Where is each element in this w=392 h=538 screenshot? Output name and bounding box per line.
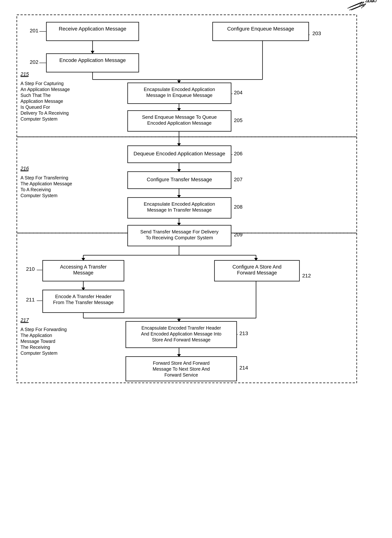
svg-text:212: 212 xyxy=(302,273,311,279)
svg-marker-42 xyxy=(177,354,181,357)
svg-rect-68 xyxy=(128,172,231,189)
ref-200: 200 xyxy=(344,0,381,14)
diagram-arrows: Receive Application Message 201 Configur… xyxy=(11,11,362,400)
svg-marker-13 xyxy=(177,81,181,83)
svg-text:Send Transfer Message For Deli: Send Transfer Message For Delivery xyxy=(140,229,218,234)
svg-text:215: 215 xyxy=(20,71,29,77)
svg-rect-43 xyxy=(46,22,139,41)
svg-rect-93 xyxy=(126,321,237,348)
svg-text:From The Transfer Message: From The Transfer Message xyxy=(53,300,114,305)
svg-marker-17 xyxy=(177,108,181,111)
svg-text:Encapsulate Encoded Transfer H: Encapsulate Encoded Transfer Header xyxy=(141,325,221,330)
svg-text:Dequeue Encoded Application Me: Dequeue Encoded Application Message xyxy=(134,151,225,157)
svg-text:Send Enqueue Message To Queue: Send Enqueue Message To Queue xyxy=(142,114,217,120)
svg-rect-60 xyxy=(128,111,231,131)
svg-marker-21 xyxy=(177,169,181,172)
svg-rect-64 xyxy=(128,146,231,163)
svg-text:Is Queued For: Is Queued For xyxy=(20,105,50,110)
svg-text:Encode A Transfer Header: Encode A Transfer Header xyxy=(55,294,112,299)
svg-text:Message To Next Store And: Message To Next Store And xyxy=(153,366,210,371)
svg-text:Application Message: Application Message xyxy=(20,99,63,104)
svg-text:Encode Application Message: Encode Application Message xyxy=(59,57,126,63)
svg-text:Delivery To A Receiving: Delivery To A Receiving xyxy=(20,110,69,116)
svg-rect-55 xyxy=(128,83,231,104)
svg-text:200: 200 xyxy=(367,0,377,4)
svg-rect-75 xyxy=(128,225,231,246)
svg-text:To Receiving Computer System: To Receiving Computer System xyxy=(146,235,213,240)
svg-text:203: 203 xyxy=(312,30,321,36)
svg-text:Message In Enqueue Message: Message In Enqueue Message xyxy=(146,92,212,98)
svg-text:Accessing A Transfer: Accessing A Transfer xyxy=(60,264,107,270)
svg-text:Forward Store And Forward: Forward Store And Forward xyxy=(153,361,210,366)
svg-marker-38 xyxy=(177,319,181,322)
svg-text:Message: Message xyxy=(73,270,93,276)
svg-marker-19 xyxy=(177,143,181,146)
svg-text:Computer System: Computer System xyxy=(20,193,57,198)
svg-text:Forward Service: Forward Service xyxy=(164,372,198,377)
svg-rect-79 xyxy=(43,260,124,281)
svg-rect-88 xyxy=(43,290,124,313)
svg-text:Such That The: Such That The xyxy=(20,93,51,98)
svg-text:Encoded Application Message: Encoded Application Message xyxy=(147,120,211,126)
svg-text:Configure Transfer Message: Configure Transfer Message xyxy=(147,177,212,182)
svg-rect-5 xyxy=(17,15,357,137)
svg-text:201: 201 xyxy=(30,28,38,33)
svg-text:The Receiving: The Receiving xyxy=(20,345,50,350)
svg-rect-47 xyxy=(213,22,309,41)
svg-marker-29 xyxy=(81,258,85,261)
svg-text:Configure Enqueue Message: Configure Enqueue Message xyxy=(227,26,294,32)
svg-text:Receive Application Message: Receive Application Message xyxy=(59,26,126,32)
svg-marker-23 xyxy=(177,195,181,198)
svg-text:205: 205 xyxy=(234,117,243,123)
svg-marker-25 xyxy=(177,223,181,226)
svg-rect-51 xyxy=(46,54,139,72)
svg-text:And Encoded Application Messag: And Encoded Application Message Into xyxy=(141,331,221,336)
svg-rect-84 xyxy=(215,260,299,281)
svg-text:204: 204 xyxy=(234,90,243,95)
svg-marker-9 xyxy=(91,51,94,54)
svg-text:210: 210 xyxy=(26,266,35,272)
svg-text:The Application Message: The Application Message xyxy=(20,181,72,186)
svg-text:216: 216 xyxy=(20,166,29,171)
svg-text:An Application Message: An Application Message xyxy=(20,87,70,92)
svg-text:A Step For Capturing: A Step For Capturing xyxy=(20,81,64,86)
svg-rect-6 xyxy=(17,137,357,233)
svg-text:209: 209 xyxy=(234,232,243,238)
svg-text:Store And Forward Message: Store And Forward Message xyxy=(152,337,211,342)
svg-text:217: 217 xyxy=(20,317,29,323)
svg-rect-7 xyxy=(17,233,357,383)
svg-marker-34 xyxy=(81,288,85,290)
svg-rect-71 xyxy=(128,198,231,218)
svg-text:Forward Message: Forward Message xyxy=(237,270,277,276)
svg-rect-99 xyxy=(126,357,237,381)
svg-text:Configure A Store And: Configure A Store And xyxy=(232,264,281,270)
svg-text:To A Receiving: To A Receiving xyxy=(20,187,51,192)
svg-text:A Step For Forwarding: A Step For Forwarding xyxy=(20,327,67,332)
svg-marker-32 xyxy=(254,258,258,261)
svg-text:The Application: The Application xyxy=(20,333,52,338)
svg-text:Encapsulate Encoded Applicatio: Encapsulate Encoded Application xyxy=(144,86,215,92)
svg-text:A Step For Transferring: A Step For Transferring xyxy=(20,175,68,180)
svg-text:Message In Transfer Message: Message In Transfer Message xyxy=(147,207,212,213)
svg-text:Message Toward: Message Toward xyxy=(20,339,56,344)
svg-text:206: 206 xyxy=(234,151,243,157)
svg-text:211: 211 xyxy=(26,297,35,303)
svg-text:213: 213 xyxy=(239,330,248,336)
svg-text:207: 207 xyxy=(234,177,243,182)
svg-text:Computer System: Computer System xyxy=(20,350,57,356)
svg-text:214: 214 xyxy=(239,365,248,371)
svg-text:Encapsulate Encoded Applicatio: Encapsulate Encoded Application xyxy=(144,201,215,207)
svg-text:208: 208 xyxy=(234,204,243,210)
svg-text:Computer System: Computer System xyxy=(20,116,57,122)
svg-text:202: 202 xyxy=(30,59,38,65)
